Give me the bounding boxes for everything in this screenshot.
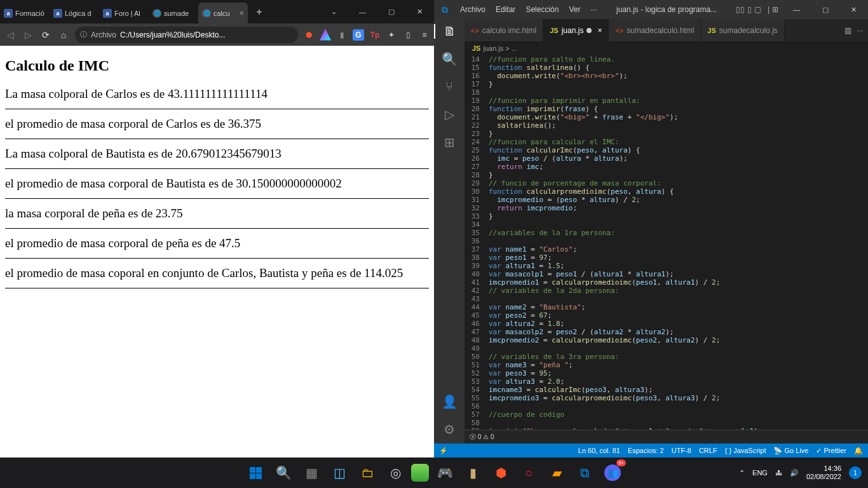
code-line[interactable]: 14//funcion para salto de linea.: [465, 55, 868, 64]
menu-item[interactable]: ···: [586, 5, 601, 14]
code-line[interactable]: 15function saltarlinea() {: [465, 64, 868, 72]
layout-icon[interactable]: ▯▯: [736, 5, 745, 14]
run-debug-icon[interactable]: ▷: [445, 107, 454, 122]
code-line[interactable]: 19//funcion para imprimir en pantalla:: [465, 97, 868, 105]
code-line[interactable]: 23}: [465, 130, 868, 138]
url-bar[interactable]: ⓘ Archivo C:/Users/juan%20luis/Deskto...: [75, 27, 298, 43]
settings-icon[interactable]: ⚙: [444, 422, 455, 437]
bluestacks-icon[interactable]: [411, 464, 429, 482]
volume-icon[interactable]: 🔊: [790, 469, 799, 477]
file-explorer-icon[interactable]: 🗀: [355, 461, 379, 485]
problems-indicator[interactable]: ⓧ 0 ⚠ 0: [470, 433, 494, 442]
code-line[interactable]: 25function calcularImc(peso, altura) {: [465, 146, 868, 154]
code-line[interactable]: 16 document.write("<br><hr><br>");: [465, 72, 868, 80]
code-line[interactable]: 27 return imc;: [465, 163, 868, 171]
close-tab-icon[interactable]: ×: [597, 26, 602, 35]
code-line[interactable]: 40var masacolp1 = peso1 / (altura1 * alt…: [465, 270, 868, 278]
search-icon[interactable]: 🔍: [442, 51, 458, 67]
code-line[interactable]: 38var peso1 = 97;: [465, 254, 868, 262]
hamburger-menu-icon[interactable]: ≡: [419, 29, 430, 41]
code-line[interactable]: 42// variables de la 2da persona:: [465, 287, 868, 295]
explorer-icon[interactable]: 🗎: [434, 24, 465, 39]
code-line[interactable]: 30function calcularpromedioimc(peso, alt…: [465, 187, 868, 196]
code-line[interactable]: 46var altura2 = 1.8;: [465, 320, 868, 328]
code-line[interactable]: 28}: [465, 171, 868, 179]
browser-tab[interactable]: 🌐calcu×: [198, 3, 248, 24]
status-cursor[interactable]: Ln 60, col. 81: [578, 447, 620, 455]
extensions-icon[interactable]: ✦: [386, 29, 397, 41]
obs-icon[interactable]: ◎: [383, 461, 407, 485]
editor-tab[interactable]: <>calculo imc.html: [465, 19, 543, 41]
minimize-button[interactable]: —: [782, 0, 811, 19]
code-line[interactable]: 47var masacolp2 = peso2 / (altura2 * alt…: [465, 328, 868, 336]
menu-item[interactable]: Ver: [564, 5, 585, 14]
code-line[interactable]: 34: [465, 220, 868, 229]
layout-icon[interactable]: ⊞: [772, 5, 778, 14]
tp-extension-icon[interactable]: Tp: [369, 29, 381, 41]
reload-button[interactable]: ⟳: [39, 30, 52, 40]
network-icon[interactable]: 🖧: [775, 469, 782, 477]
layout-icon[interactable]: ▢: [754, 5, 761, 14]
dropdown-icon[interactable]: ⌄: [320, 3, 348, 22]
status-spaces[interactable]: Espacios: 2: [628, 447, 664, 455]
code-line[interactable]: 50// variables de la 3ra persona:: [465, 353, 868, 361]
status-encoding[interactable]: UTF-8: [672, 447, 691, 455]
back-button[interactable]: ◁: [4, 30, 17, 40]
close-button[interactable]: ✕: [839, 0, 868, 19]
account-icon[interactable]: 👤: [442, 394, 458, 409]
editor-tab[interactable]: JSsumadecalculo.js: [701, 19, 785, 41]
code-line[interactable]: 18: [465, 88, 868, 97]
brave-browser-icon[interactable]: ⬢: [489, 461, 513, 485]
split-editor-icon[interactable]: ▥: [844, 26, 851, 35]
status-bell-icon[interactable]: 🔔: [854, 447, 863, 455]
maximize-button[interactable]: ▢: [377, 3, 405, 22]
sublime-icon[interactable]: ▰: [545, 461, 569, 485]
status-eol[interactable]: CRLF: [699, 447, 717, 455]
code-line[interactable]: 53var altura3 = 2.0;: [465, 377, 868, 386]
tray-chevron-icon[interactable]: ⌃: [739, 469, 745, 477]
brave-shields-icon[interactable]: ⬢: [303, 29, 315, 41]
code-line[interactable]: 33}: [465, 212, 868, 220]
minimap[interactable]: [857, 55, 868, 430]
code-line[interactable]: 51var name3 = "peña ";: [465, 361, 868, 369]
code-line[interactable]: 43: [465, 295, 868, 303]
browser-tab[interactable]: aLógica d: [50, 3, 99, 24]
code-line[interactable]: 29// funcio de porcentage de masa corpor…: [465, 179, 868, 187]
google-translate-icon[interactable]: G: [353, 29, 364, 41]
close-button[interactable]: ✕: [405, 3, 434, 22]
task-view-icon[interactable]: ▦: [299, 461, 323, 485]
editor-tab[interactable]: JSjuan.js×: [543, 19, 609, 41]
code-line[interactable]: 48imcpromedio2 = calcularpromedioimc(pes…: [465, 336, 868, 344]
more-icon[interactable]: ···: [857, 26, 863, 35]
status-remote[interactable]: ⚡: [439, 447, 448, 455]
code-line[interactable]: 26 imc = peso / (altura * altura);: [465, 154, 868, 163]
forward-button[interactable]: ▷: [22, 30, 34, 40]
code-line[interactable]: 45var peso2 = 67;: [465, 311, 868, 320]
code-line[interactable]: 22 saltarlinea();: [465, 121, 868, 130]
code-line[interactable]: 44var name2 = "Bautista";: [465, 303, 868, 311]
new-tab-button[interactable]: +: [250, 3, 268, 21]
browser-tab[interactable]: 🌐sumade: [149, 3, 198, 24]
search-icon[interactable]: 🔍: [271, 461, 295, 485]
wallet-icon[interactable]: ▮: [336, 29, 348, 41]
code-line[interactable]: 37var name1 = "Carlos";: [465, 245, 868, 254]
menu-item[interactable]: Editar: [491, 5, 520, 14]
code-line[interactable]: 32 return imcpromedio;: [465, 204, 868, 212]
bookmark-icon[interactable]: ▯: [402, 29, 414, 41]
browser-tab[interactable]: aForo | Al: [99, 3, 149, 24]
vscode-taskbar-icon[interactable]: ⧉: [573, 461, 597, 485]
code-line[interactable]: 36: [465, 237, 868, 245]
brave-rewards-icon[interactable]: [320, 29, 331, 41]
opera-icon[interactable]: ○: [517, 461, 541, 485]
code-line[interactable]: 52var peso3 = 95;: [465, 369, 868, 377]
code-line[interactable]: 55imcpromedio3 = calcularpromedioimc(pes…: [465, 394, 868, 402]
editor-tab[interactable]: <>sumadecalculo.html: [609, 19, 701, 41]
code-line[interactable]: 39var altura1 = 1.5;: [465, 262, 868, 270]
notification-badge[interactable]: 1: [849, 466, 862, 479]
code-line[interactable]: 54imcname3 = calcularImc(peso3, altura3)…: [465, 386, 868, 394]
layout-icon[interactable]: ▯: [747, 5, 752, 14]
start-button[interactable]: [243, 461, 268, 485]
code-line[interactable]: 17}: [465, 80, 868, 88]
code-line[interactable]: 59imprimir("La masa colporal de " + name…: [465, 427, 868, 430]
code-line[interactable]: 41imcpromedio1 = calcularpromedioimc(pes…: [465, 278, 868, 287]
